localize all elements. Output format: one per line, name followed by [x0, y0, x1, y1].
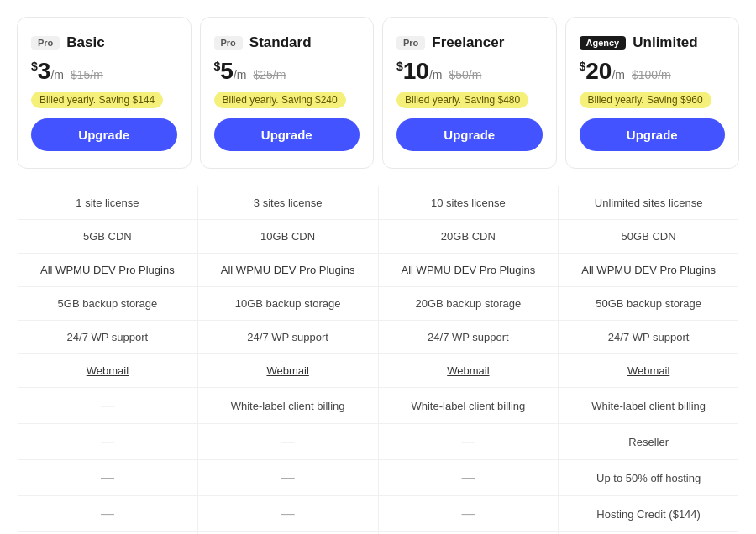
plan-card-unlimited: Agency Unlimited $20/m $100/m Billed yea… [565, 17, 740, 169]
feature-row: 24/7 WP support24/7 WP support24/7 WP su… [18, 321, 739, 354]
feature-cell[interactable]: Webmail [378, 354, 559, 388]
feature-cell: 1 site license [18, 186, 198, 220]
feature-cell: 10 sites license [378, 186, 559, 220]
feature-cell: — [197, 424, 378, 460]
plan-name-standard: Standard [249, 34, 312, 51]
feature-cell: 50GB backup storage [559, 287, 739, 321]
dash-icon: — [461, 506, 475, 521]
dash-icon: — [101, 434, 114, 448]
feature-cell: Up to 50% off hosting [559, 460, 739, 496]
plan-badge-row: Pro Basic [31, 34, 177, 51]
plan-badge-row: Pro Standard [214, 34, 360, 51]
plan-name-freelancer: Freelancer [432, 34, 504, 51]
badge-freelancer: Pro [396, 36, 425, 50]
price-current-freelancer: $10/m [396, 58, 443, 85]
feature-row: ———Hosting Credit ($144) [18, 496, 739, 532]
feature-cell[interactable]: Webmail [197, 354, 378, 388]
feature-link[interactable]: All WPMU DEV Pro Plugins [221, 264, 355, 276]
plan-name-unlimited: Unlimited [633, 34, 697, 51]
upgrade-button-unlimited[interactable]: Upgrade [580, 118, 726, 151]
feature-cell: Hosting Credit ($144) [559, 496, 739, 532]
saving-badge-freelancer: Billed yearly. Saving $480 [396, 92, 528, 108]
dash-icon: — [281, 434, 295, 448]
feature-cell: 20GB CDN [378, 220, 559, 254]
feature-link[interactable]: All WPMU DEV Pro Plugins [402, 264, 536, 276]
dash-icon: — [101, 398, 114, 412]
dash-icon: — [281, 506, 295, 521]
feature-cell: Reseller [559, 424, 739, 460]
feature-cell: 24/7 WP support [559, 321, 739, 354]
plan-badge-row: Pro Freelancer [396, 34, 543, 51]
price-row-standard: $5/m $25/m [214, 58, 360, 85]
feature-cell: — [18, 388, 198, 424]
price-original-freelancer: $50/m [449, 68, 482, 81]
dash-icon: — [101, 506, 114, 521]
feature-cell: — [197, 496, 378, 532]
price-original-basic: $15/m [71, 68, 103, 81]
upgrade-button-freelancer[interactable]: Upgrade [396, 118, 543, 151]
feature-row: 5GB CDN10GB CDN20GB CDN50GB CDN [18, 220, 739, 254]
feature-cell: 10GB backup storage [197, 287, 378, 321]
features-table: 1 site license3 sites license10 sites li… [17, 186, 739, 534]
saving-badge-basic: Billed yearly. Saving $144 [31, 92, 163, 108]
feature-cell: — [18, 496, 198, 532]
feature-cell: 24/7 WP support [378, 321, 559, 354]
feature-cell[interactable]: All WPMU DEV Pro Plugins [197, 254, 378, 287]
feature-cell[interactable]: All WPMU DEV Pro Plugins [378, 254, 559, 287]
price-current-standard: $5/m [214, 58, 247, 85]
feature-cell: 50GB CDN [559, 220, 739, 254]
feature-link[interactable]: Webmail [266, 364, 308, 377]
price-current-basic: $3/m [31, 58, 64, 85]
feature-cell[interactable]: All WPMU DEV Pro Plugins [18, 254, 198, 287]
price-original-unlimited: $100/m [632, 68, 671, 81]
dash-icon: — [461, 434, 475, 448]
plan-badge-row: Agency Unlimited [580, 34, 726, 51]
price-original-standard: $25/m [253, 68, 286, 81]
feature-cell: White-label client billing [559, 388, 739, 424]
feature-row: All WPMU DEV Pro PluginsAll WPMU DEV Pro… [18, 254, 739, 287]
feature-cell: 5GB backup storage [18, 287, 198, 321]
upgrade-button-basic[interactable]: Upgrade [31, 118, 177, 151]
feature-cell: White-label client billing [378, 388, 559, 424]
price-row-basic: $3/m $15/m [31, 58, 177, 85]
feature-cell: — [378, 496, 559, 532]
price-current-unlimited: $20/m [580, 58, 626, 85]
badge-standard: Pro [214, 36, 243, 50]
badge-basic: Pro [31, 36, 60, 50]
feature-row: ———Reseller [18, 424, 739, 460]
feature-link[interactable]: Webmail [627, 364, 669, 377]
feature-cell[interactable]: Webmail [18, 354, 198, 388]
feature-row: WebmailWebmailWebmailWebmail [18, 354, 739, 388]
feature-link[interactable]: Webmail [87, 364, 129, 377]
feature-row: 1 site license3 sites license10 sites li… [18, 186, 739, 220]
dash-icon: — [281, 470, 295, 484]
feature-cell: 20GB backup storage [378, 287, 559, 321]
feature-cell[interactable]: All WPMU DEV Pro Plugins [559, 254, 739, 287]
feature-cell[interactable]: Webmail [559, 354, 739, 388]
feature-cell: — [18, 460, 198, 496]
dash-icon: — [101, 470, 114, 484]
feature-cell: White-label client billing [197, 388, 378, 424]
feature-link[interactable]: All WPMU DEV Pro Plugins [40, 264, 175, 276]
plan-card-basic: Pro Basic $3/m $15/m Billed yearly. Savi… [17, 17, 192, 169]
feature-cell: — [18, 424, 198, 460]
feature-link[interactable]: All WPMU DEV Pro Plugins [581, 264, 716, 276]
price-row-unlimited: $20/m $100/m [580, 58, 726, 85]
saving-badge-standard: Billed yearly. Saving $240 [214, 92, 346, 108]
feature-row: ———Up to 50% off hosting [18, 460, 739, 496]
feature-cell: — [378, 460, 559, 496]
feature-cell: 24/7 WP support [197, 321, 378, 354]
feature-row: 5GB backup storage10GB backup storage20G… [18, 287, 739, 321]
feature-cell: 10GB CDN [197, 220, 378, 254]
feature-link[interactable]: Webmail [447, 364, 489, 377]
plan-name-basic: Basic [66, 34, 104, 51]
feature-cell: 5GB CDN [18, 220, 198, 254]
dash-icon: — [461, 470, 475, 484]
plans-header: Pro Basic $3/m $15/m Billed yearly. Savi… [17, 17, 739, 169]
badge-unlimited: Agency [580, 36, 627, 50]
feature-cell: 24/7 WP support [18, 321, 198, 354]
upgrade-button-standard[interactable]: Upgrade [214, 118, 360, 151]
feature-row: —White-label client billingWhite-label c… [18, 388, 739, 424]
saving-badge-unlimited: Billed yearly. Saving $960 [580, 92, 711, 108]
pricing-container: Pro Basic $3/m $15/m Billed yearly. Savi… [0, 0, 756, 534]
